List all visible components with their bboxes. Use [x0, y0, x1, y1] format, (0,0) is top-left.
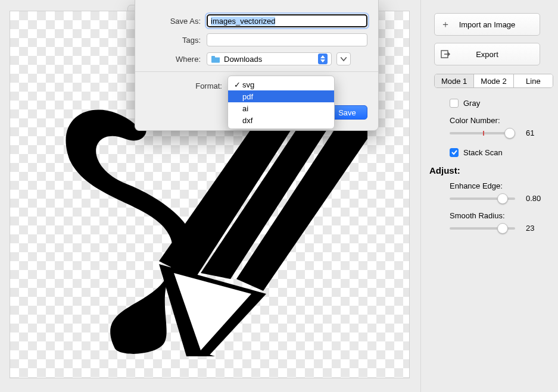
smooth-radius-slider[interactable] [450, 227, 515, 230]
gray-label: Gray [463, 99, 480, 108]
format-option-svg[interactable]: ✓ svg [228, 79, 334, 90]
smooth-radius-value: 23 [526, 224, 547, 233]
adjust-heading: Adjust: [429, 165, 553, 175]
slider-thumb[interactable] [497, 223, 508, 234]
save-as-input[interactable] [207, 14, 367, 27]
stack-scan-label: Stack Scan [463, 148, 503, 157]
tab-mode-2[interactable]: Mode 2 [474, 74, 513, 87]
tags-label: Tags: [146, 36, 201, 45]
chevron-down-icon [341, 57, 347, 61]
save-as-label: Save As: [146, 17, 201, 26]
color-number-value: 61 [526, 128, 547, 137]
save-dialog: Save As: Tags: Where: Downloads [135, 0, 379, 131]
smooth-radius-label: Smooth Radius: [450, 211, 553, 220]
gray-checkbox[interactable] [450, 99, 459, 108]
enhance-edge-slider[interactable] [450, 197, 515, 200]
stack-scan-checkbox[interactable] [450, 148, 459, 157]
folder-icon [211, 55, 220, 63]
enhance-edge-label: Enhance Edge: [450, 181, 553, 190]
mode-segmented-control: Mode 1 Mode 2 Line [434, 74, 553, 88]
slider-thumb[interactable] [497, 193, 508, 204]
format-option-ai[interactable]: ai [228, 102, 334, 114]
check-icon: ✓ [232, 80, 242, 89]
tags-input[interactable] [207, 33, 367, 46]
where-label: Where: [146, 55, 201, 64]
where-dropdown[interactable]: Downloads [207, 52, 332, 65]
color-number-slider[interactable] [450, 132, 515, 134]
format-menu: ✓ svg pdf ai dxf [227, 76, 335, 129]
format-option-pdf[interactable]: pdf [228, 90, 334, 102]
tab-line[interactable]: Line [514, 74, 553, 87]
format-label: Format: [146, 81, 222, 90]
updown-arrows-icon [318, 54, 328, 64]
color-number-label: Color Number: [450, 116, 553, 125]
enhance-edge-value: 0.80 [526, 194, 547, 203]
svg-rect-0 [211, 56, 215, 57]
where-value: Downloads [224, 55, 316, 64]
plus-icon: ＋ [435, 18, 456, 31]
export-icon [435, 50, 456, 58]
tab-mode-1[interactable]: Mode 1 [435, 74, 474, 87]
import-image-button[interactable]: ＋ Import an Image [434, 13, 540, 36]
slider-thumb[interactable] [504, 128, 515, 139]
expand-dialog-button[interactable] [336, 52, 351, 65]
export-button[interactable]: Export [434, 43, 540, 65]
format-option-dxf[interactable]: dxf [228, 114, 334, 126]
slider-tick [483, 131, 484, 136]
